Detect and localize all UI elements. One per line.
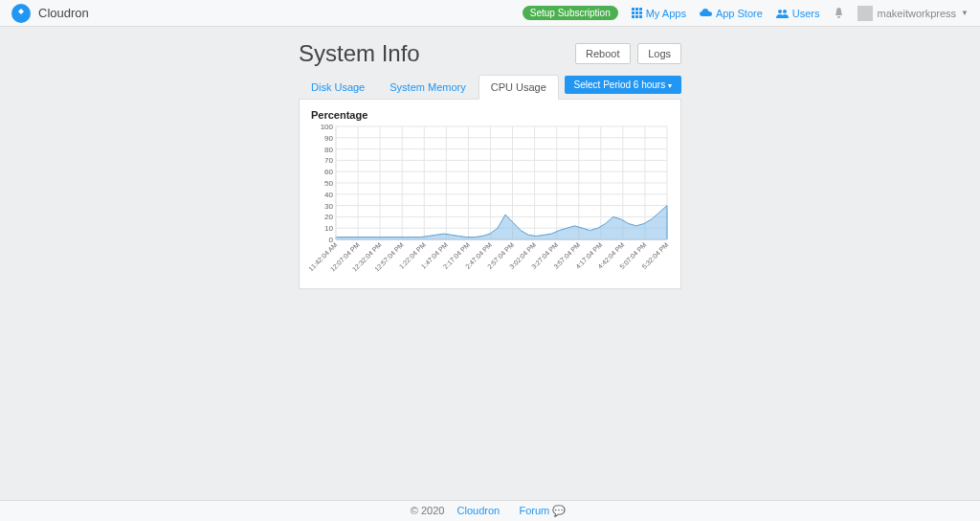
reboot-button[interactable]: Reboot [575, 43, 630, 64]
nav-appstore-label: App Store [716, 8, 763, 19]
svg-rect-0 [632, 8, 635, 11]
nav-notifications[interactable] [834, 8, 844, 19]
nav-left: Cloudron [11, 4, 89, 23]
tab-cpu-usage[interactable]: CPU Usage [479, 75, 559, 100]
tab-row: Disk Usage System Memory CPU Usage Selec… [299, 75, 681, 100]
username-label: makeitworkpress [878, 8, 957, 19]
users-icon [776, 9, 789, 18]
chart-svg: 010203040506070809010011:42:04 AM12:07:0… [309, 125, 673, 283]
chart-title: Percentage [311, 109, 671, 121]
chevron-down-icon: ▼ [961, 9, 969, 17]
cloud-icon [700, 9, 712, 18]
svg-text:60: 60 [324, 168, 333, 176]
page-title: System Info [299, 40, 420, 67]
nav-myapps[interactable]: My Apps [632, 8, 686, 19]
svg-rect-3 [632, 11, 635, 14]
cpu-chart: 010203040506070809010011:42:04 AM12:07:0… [309, 125, 671, 283]
bell-icon [834, 8, 844, 19]
header-actions: Reboot Logs [575, 43, 681, 64]
tab-disk-usage[interactable]: Disk Usage [299, 75, 377, 99]
svg-rect-1 [635, 8, 638, 11]
grid-icon [632, 8, 642, 18]
user-menu[interactable]: makeitworkpress ▼ [858, 6, 969, 21]
svg-text:30: 30 [324, 202, 333, 211]
svg-rect-2 [639, 8, 642, 11]
nav-users-label: Users [792, 8, 820, 19]
subscription-badge[interactable]: Setup Subscription [523, 6, 618, 20]
svg-text:80: 80 [324, 146, 333, 154]
svg-rect-6 [632, 15, 635, 18]
svg-point-9 [778, 10, 782, 13]
svg-rect-5 [639, 11, 642, 14]
svg-text:50: 50 [324, 179, 333, 188]
chevron-down-icon: ▾ [668, 81, 672, 90]
navbar: Cloudron Setup Subscription My Apps App … [0, 0, 980, 27]
main-container: System Info Reboot Logs Disk Usage Syste… [299, 40, 681, 289]
svg-rect-7 [635, 15, 638, 18]
logs-button[interactable]: Logs [637, 43, 681, 64]
avatar-icon [858, 6, 873, 21]
logo-icon [11, 4, 31, 23]
tab-system-memory[interactable]: System Memory [377, 75, 478, 99]
nav-appstore[interactable]: App Store [700, 8, 763, 19]
svg-text:100: 100 [321, 125, 334, 131]
nav-right: Setup Subscription My Apps App Store Use… [523, 6, 969, 21]
svg-text:20: 20 [324, 213, 333, 221]
select-period-button[interactable]: Select Period 6 hours ▾ [565, 76, 681, 94]
svg-text:70: 70 [324, 156, 333, 165]
nav-users[interactable]: Users [776, 8, 820, 19]
tabs: Disk Usage System Memory CPU Usage [299, 75, 559, 99]
svg-text:40: 40 [324, 191, 333, 199]
chart-panel: Percentage 010203040506070809010011:42:0… [299, 100, 681, 289]
select-period-label: Select Period 6 hours [574, 79, 666, 90]
svg-text:10: 10 [324, 224, 333, 233]
svg-rect-8 [639, 15, 642, 18]
header-row: System Info Reboot Logs [299, 40, 681, 67]
brand-text: Cloudron [38, 6, 89, 20]
nav-myapps-label: My Apps [646, 8, 686, 19]
svg-rect-4 [635, 11, 638, 14]
svg-point-10 [783, 10, 787, 13]
svg-text:90: 90 [324, 134, 333, 143]
